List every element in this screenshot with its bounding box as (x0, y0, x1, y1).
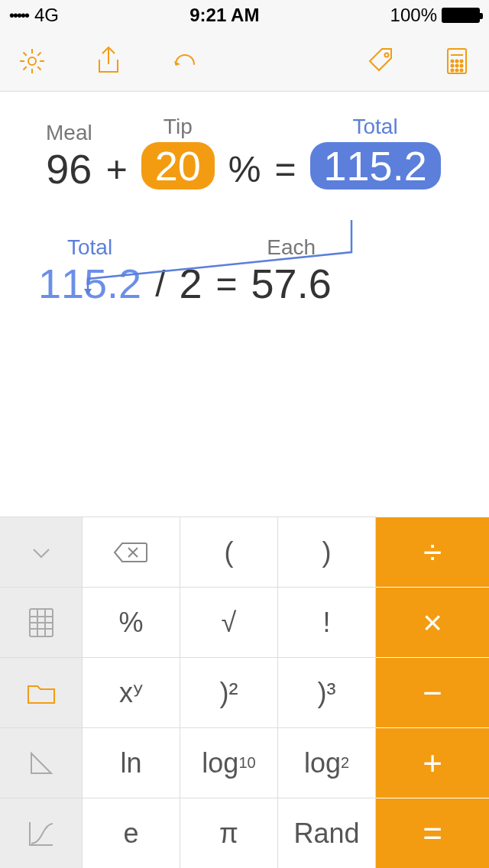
toolbar (0, 31, 489, 92)
rparen-key[interactable]: ) (278, 517, 376, 587)
meal-value[interactable]: 96 (46, 148, 92, 189)
each-value[interactable]: 57.6 (251, 263, 332, 304)
settings-icon[interactable] (15, 44, 49, 78)
minus-key[interactable]: − (376, 657, 489, 727)
expression-1[interactable]: Meal 96 + Tip 20 % = Total 115.2 (46, 115, 458, 189)
calculator-icon[interactable] (440, 44, 474, 78)
svg-point-9 (461, 64, 463, 66)
svg-point-6 (461, 60, 463, 62)
rand-key[interactable]: Rand (278, 798, 376, 868)
equals-op: = (275, 151, 296, 189)
svg-point-12 (461, 69, 463, 71)
percent-key[interactable]: % (83, 587, 180, 657)
svg-point-11 (456, 69, 458, 71)
triangle-key[interactable] (0, 727, 83, 798)
backspace-key[interactable] (83, 517, 180, 587)
total-value-2[interactable]: 115.2 (38, 263, 141, 304)
equals-key[interactable]: = (376, 798, 489, 868)
svg-point-0 (28, 57, 36, 65)
svg-point-10 (452, 69, 454, 71)
total-value-1[interactable]: 115.2 (310, 142, 441, 189)
multiply-key[interactable]: × (376, 587, 489, 657)
grid-key[interactable] (0, 587, 83, 657)
tip-value[interactable]: 20 (141, 142, 215, 189)
cube-key[interactable]: )³ (278, 657, 376, 727)
power-key[interactable]: xʸ (83, 657, 180, 727)
collapse-key[interactable] (0, 517, 83, 587)
tag-icon[interactable] (364, 44, 397, 78)
log2-key[interactable]: log2 (278, 727, 376, 798)
pi-key[interactable]: π (180, 798, 278, 868)
log10-key[interactable]: log10 (180, 727, 278, 798)
lparen-key[interactable]: ( (180, 517, 278, 587)
svg-point-7 (452, 64, 454, 66)
e-key[interactable]: e (83, 798, 180, 868)
folder-key[interactable] (0, 657, 83, 727)
meal-label: Meal (46, 121, 92, 145)
graph-key[interactable] (0, 798, 83, 868)
clock: 9:21 AM (59, 5, 390, 26)
share-icon[interactable] (92, 44, 125, 78)
divide-key[interactable]: ÷ (376, 517, 489, 587)
total-label-1: Total (353, 115, 398, 139)
ln-key[interactable]: ln (83, 727, 180, 798)
each-label: Each (267, 235, 316, 260)
plus-op: + (106, 151, 128, 189)
svg-point-8 (456, 64, 458, 66)
divide-op: / (155, 266, 165, 304)
undo-icon[interactable] (168, 44, 202, 78)
equals-op-2: = (216, 266, 238, 304)
svg-point-1 (385, 53, 389, 57)
total-label-2: Total (67, 235, 112, 260)
split-value[interactable]: 2 (179, 263, 202, 304)
battery-icon (442, 8, 480, 23)
sqrt-key[interactable]: √ (180, 587, 278, 657)
carrier-label: 4G (34, 5, 59, 26)
status-bar: ••••• 4G 9:21 AM 100% (0, 0, 489, 31)
percent-op: % (228, 151, 261, 189)
svg-point-5 (456, 60, 458, 62)
calculation-canvas[interactable]: Meal 96 + Tip 20 % = Total 115.2 Total 1… (0, 92, 489, 517)
battery-percent: 100% (390, 5, 437, 26)
svg-point-4 (452, 60, 454, 62)
square-key[interactable]: )² (180, 657, 278, 727)
tip-label: Tip (164, 115, 193, 139)
keypad: ( ) ÷ % √ ! × xʸ )² )³ − ln log10 log2 +… (0, 517, 489, 868)
plus-key[interactable]: + (376, 727, 489, 798)
expression-2[interactable]: Total 115.2 / 2 = Each 57.6 (38, 235, 458, 304)
factorial-key[interactable]: ! (278, 587, 376, 657)
signal-dots: ••••• (9, 7, 28, 24)
